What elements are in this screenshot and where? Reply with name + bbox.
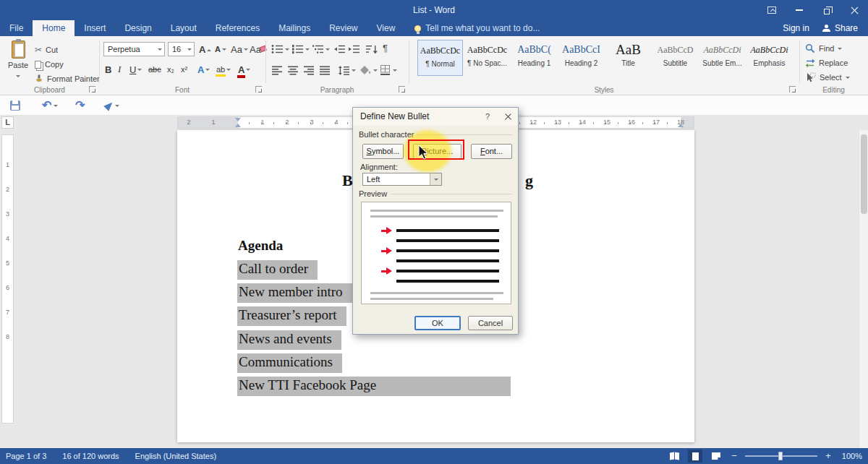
style-heading-2[interactable]: AaBbCcI Heading 2: [558, 40, 604, 76]
print-layout-button[interactable]: [688, 450, 702, 463]
ribbon-display-options-button[interactable]: [758, 0, 786, 20]
bold-button[interactable]: B: [105, 62, 111, 77]
text-effects-button[interactable]: A: [197, 62, 210, 77]
tab-file[interactable]: File: [0, 20, 33, 36]
style-subtitle[interactable]: AaBbCcD Subtitle: [652, 40, 698, 76]
font-color-button[interactable]: A: [238, 62, 250, 77]
restore-button[interactable]: [813, 0, 841, 20]
sort-button[interactable]: [365, 42, 378, 56]
style-normal[interactable]: AaBbCcDc ¶ Normal: [417, 40, 463, 76]
bullets-button[interactable]: [271, 42, 289, 56]
vertical-scrollbar[interactable]: [859, 130, 868, 448]
format-painter-button[interactable]: Format Painter: [35, 72, 100, 85]
doc-line-selected[interactable]: Call to order: [237, 260, 318, 280]
ok-button[interactable]: OK: [414, 316, 461, 330]
justify-button[interactable]: [319, 63, 331, 77]
doc-line-selected[interactable]: Treasurer’s report: [237, 306, 346, 326]
scrollbar-thumb[interactable]: [861, 134, 867, 214]
cancel-button[interactable]: Cancel: [468, 316, 513, 330]
style-title[interactable]: AaB Title: [605, 40, 651, 76]
tab-view[interactable]: View: [367, 20, 405, 36]
web-layout-button[interactable]: [709, 450, 723, 463]
minimize-button[interactable]: [786, 0, 813, 20]
doc-line-selected[interactable]: New TTI Facebook Page: [237, 377, 511, 396]
tell-me-box[interactable]: Tell me what you want to do...: [414, 20, 540, 36]
find-button[interactable]: Find: [805, 42, 842, 55]
align-left-button[interactable]: [271, 63, 283, 77]
shrink-font-button[interactable]: A: [215, 42, 226, 56]
dropdown-arrow-button[interactable]: [430, 173, 441, 185]
font-dialog-launcher[interactable]: [255, 86, 262, 93]
dialog-title-bar[interactable]: Define New Bullet ?: [353, 108, 518, 125]
align-center-button[interactable]: [287, 63, 299, 77]
font-size-combo[interactable]: 16: [168, 42, 195, 56]
dialog-close-button[interactable]: [498, 108, 518, 125]
font-button[interactable]: Font...: [471, 144, 512, 159]
symbol-button[interactable]: Symbol...: [362, 144, 404, 159]
sign-in-link[interactable]: Sign in: [783, 23, 809, 33]
borders-button[interactable]: [380, 63, 397, 77]
tab-home[interactable]: Home: [33, 20, 75, 36]
doc-line-selected[interactable]: Communications: [237, 353, 342, 373]
share-button[interactable]: Share: [822, 23, 858, 33]
read-mode-button[interactable]: [667, 450, 681, 463]
tab-design[interactable]: Design: [115, 20, 161, 36]
first-line-indent-marker[interactable]: [235, 118, 241, 121]
right-indent-marker[interactable]: [678, 124, 684, 127]
strikethrough-button[interactable]: abc: [148, 62, 161, 77]
styles-dialog-launcher[interactable]: [789, 86, 796, 93]
decrease-indent-button[interactable]: [333, 42, 346, 56]
underline-button[interactable]: U: [129, 62, 142, 77]
doc-title-fragment-left[interactable]: B: [342, 171, 353, 190]
page-indicator[interactable]: Page 1 of 3: [6, 452, 46, 460]
grow-font-button[interactable]: A: [199, 42, 211, 56]
superscript-button[interactable]: x²: [181, 62, 187, 77]
change-case-button[interactable]: Aa: [231, 42, 248, 56]
clipboard-dialog-launcher[interactable]: [89, 86, 95, 93]
zoom-out-button[interactable]: −: [730, 449, 739, 463]
paste-button[interactable]: Paste: [4, 40, 32, 85]
doc-line-selected[interactable]: News and events: [237, 330, 341, 350]
style-no-spacing[interactable]: AaBbCcDc ¶ No Spac...: [464, 40, 510, 76]
style-subtle-emphasis[interactable]: AaBbCcDi Subtle Em...: [699, 40, 745, 76]
shading-button[interactable]: [359, 63, 378, 77]
replace-button[interactable]: Replace: [805, 56, 848, 69]
tab-insert[interactable]: Insert: [75, 20, 115, 36]
alignment-dropdown[interactable]: Left: [362, 173, 442, 186]
tab-review[interactable]: Review: [320, 20, 367, 36]
undo-button[interactable]: ↶: [42, 99, 58, 112]
zoom-level[interactable]: 100%: [839, 452, 862, 460]
dialog-help-button[interactable]: ?: [477, 108, 498, 125]
tab-stop-selector[interactable]: L: [1, 116, 14, 129]
line-spacing-button[interactable]: [338, 63, 356, 77]
font-name-combo[interactable]: Perpetua: [103, 42, 165, 56]
doc-heading[interactable]: Agenda: [238, 238, 283, 254]
select-button[interactable]: Select: [805, 71, 850, 84]
style-heading-1[interactable]: AaBbC( Heading 1: [511, 40, 557, 76]
tab-mailings[interactable]: Mailings: [269, 20, 320, 36]
highlight-color-button[interactable]: ab: [216, 62, 231, 77]
style-emphasis[interactable]: AaBbCcDi Emphasis: [746, 40, 792, 76]
numbering-button[interactable]: [292, 42, 310, 56]
italic-button[interactable]: I: [118, 62, 121, 77]
show-hide-paragraph-button[interactable]: ¶: [383, 40, 388, 55]
language-indicator[interactable]: English (United States): [135, 452, 217, 460]
doc-line-selected[interactable]: New member intro: [237, 283, 353, 303]
copy-button[interactable]: Copy: [35, 58, 64, 71]
multilevel-list-button[interactable]: [312, 42, 330, 56]
zoom-in-button[interactable]: +: [824, 449, 833, 463]
save-button[interactable]: [10, 99, 20, 112]
align-right-button[interactable]: [303, 63, 315, 77]
subscript-button[interactable]: x₂: [167, 62, 174, 77]
zoom-slider-thumb[interactable]: [778, 452, 783, 460]
tab-references[interactable]: References: [206, 20, 269, 36]
ink-tool-button[interactable]: [106, 99, 119, 112]
increase-indent-button[interactable]: [348, 42, 360, 56]
cut-button[interactable]: ✂ Cut: [35, 43, 58, 56]
paragraph-dialog-launcher[interactable]: [399, 86, 405, 93]
vertical-ruler[interactable]: 12345678: [1, 134, 14, 424]
redo-button[interactable]: ↷: [75, 99, 85, 112]
tab-layout[interactable]: Layout: [161, 20, 206, 36]
doc-title-fragment-right[interactable]: g: [525, 171, 533, 190]
clear-formatting-button[interactable]: Aa: [250, 42, 261, 56]
